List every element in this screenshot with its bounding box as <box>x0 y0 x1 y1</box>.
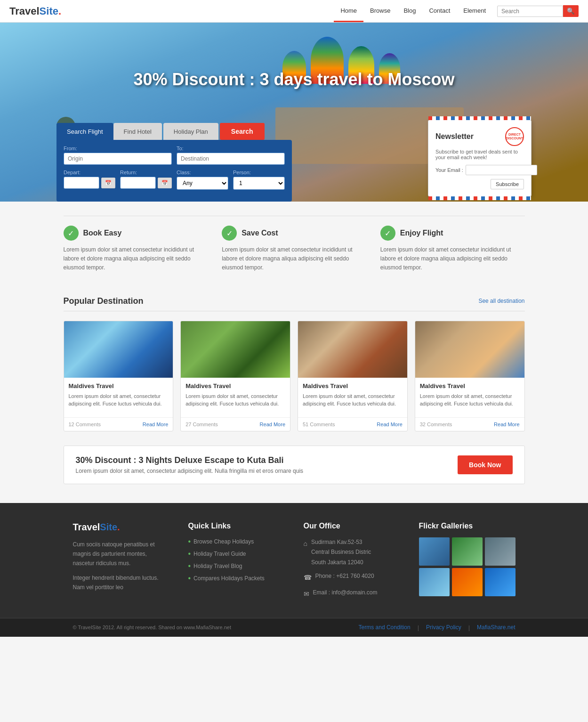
dest-footer-4: 32 Comments Read More <box>415 417 524 431</box>
nav-element[interactable]: Element <box>457 0 492 22</box>
book-now-button[interactable]: Book Now <box>458 455 512 474</box>
feature-text-1: Lorem ipsum dolor sit amet consectetur i… <box>64 245 208 273</box>
header-search-input[interactable] <box>497 6 563 17</box>
dest-text-1: Lorem ipsum dolor sit amet, consectetur … <box>69 392 169 408</box>
flickr-item-5[interactable] <box>452 568 483 596</box>
return-input[interactable]: 2012-10-01 <box>120 177 156 189</box>
nav-blog[interactable]: Blog <box>397 0 422 22</box>
nav-home[interactable]: Home <box>334 0 363 22</box>
promo-banner: 30% Discount : 3 Nights Deluxe Escape to… <box>64 446 525 484</box>
read-more-3[interactable]: Read More <box>377 422 402 427</box>
main-content: ✓ Book Easy Lorem ipsum dolor sit amet c… <box>64 216 525 484</box>
dest-title-3: Maldives Travel <box>303 382 403 389</box>
return-calendar-icon[interactable]: 📅 <box>158 178 172 188</box>
promo-text: Lorem ipsum dolor sit amet, consectetur … <box>76 468 304 474</box>
read-more-2[interactable]: Read More <box>260 422 285 427</box>
check-icon-1: ✓ <box>64 226 79 241</box>
footer-quick-links-title: Quick Links <box>188 522 285 530</box>
bullet-icon-1: • <box>188 537 191 546</box>
dest-body-4: Maldives Travel Lorem ipsum dolor sit am… <box>415 378 524 417</box>
destination-input[interactable] <box>177 153 285 165</box>
search-section: Search Flight Find Hotel Holiday Plan Se… <box>56 123 292 202</box>
feature-text-2: Lorem ipsum dolor sit amet consectetur i… <box>222 245 366 273</box>
dest-text-4: Lorem ipsum dolor sit amet, consectetur … <box>420 392 520 408</box>
class-select[interactable]: Any Economy Business First <box>177 177 228 190</box>
to-field: To: <box>177 146 285 165</box>
dest-comments-2: 27 Comments <box>185 422 217 427</box>
dest-footer-3: 51 Comments Read More <box>298 417 407 431</box>
destinations-grid: Maldives Travel Lorem ipsum dolor sit am… <box>64 321 525 431</box>
terms-link[interactable]: Terms and Condition <box>359 624 411 631</box>
dest-comments-4: 32 Comments <box>420 422 452 427</box>
footer-link-2[interactable]: Holiday Travel Guide <box>193 551 246 557</box>
header-search-button[interactable]: 🔍 <box>563 5 579 17</box>
newsletter-stamp: DIRECTDISCOUNT <box>505 127 524 146</box>
newsletter-box: Newsletter DIRECTDISCOUNT Subscribe to g… <box>428 120 532 197</box>
footer-col-links: Quick Links • Browse Cheap Holidays • Ho… <box>188 522 285 604</box>
footer-flickr-title: Flickr Galleries <box>419 522 516 530</box>
features-section: ✓ Book Easy Lorem ipsum dolor sit amet c… <box>64 216 525 282</box>
footer-bottom-links: Terms and Condition | Privacy Policy | M… <box>359 624 516 631</box>
nav-contact[interactable]: Contact <box>422 0 457 22</box>
footer-link-3[interactable]: Holiday Travel Blog <box>193 563 242 569</box>
flickr-item-6[interactable] <box>485 568 516 596</box>
newsletter-description: Subscribe to get travel deals sent to yo… <box>435 149 524 160</box>
depart-label: Depart: <box>64 170 115 175</box>
dest-comments-3: 51 Comments <box>303 422 335 427</box>
subscribe-button[interactable]: Subscribe <box>491 179 524 189</box>
office-phone: Phone : +621 760 4020 <box>315 571 374 582</box>
depart-input[interactable]: 2012-10-01 <box>64 177 99 189</box>
newsletter-title: Newsletter DIRECTDISCOUNT <box>435 127 524 146</box>
tab-search-flight[interactable]: Search Flight <box>56 123 113 140</box>
dest-body-2: Maldives Travel Lorem ipsum dolor sit am… <box>181 378 290 417</box>
nav-browse[interactable]: Browse <box>363 0 397 22</box>
footer-bottom-inner: © TravelSite 2012. All right reserved. S… <box>64 624 525 631</box>
feature-save-cost: ✓ Save Cost Lorem ipsum dolor sit amet c… <box>222 226 366 273</box>
hero-title: 30% Discount : 3 days travel to Moscow <box>0 70 588 89</box>
search-button[interactable]: Search <box>220 123 265 140</box>
separator-2: | <box>468 624 470 631</box>
popular-section-header: Popular Destination See all destination <box>64 296 525 311</box>
separator-1: | <box>418 624 419 631</box>
bullet-icon-3: • <box>188 562 191 570</box>
feature-title-1: Book Easy <box>83 229 122 237</box>
footer-desc-2: Integer hendrerit bibendum luctus. Nam v… <box>73 573 169 592</box>
feature-title-3: Enjoy Flight <box>400 229 443 237</box>
footer-col-office: Our Office ⌂ Sudirman Kav.52-53Central B… <box>304 522 400 604</box>
person-select[interactable]: 1 2 3 4 <box>233 177 285 190</box>
mafia-link[interactable]: MafiaShare.net <box>477 624 515 631</box>
newsletter-email-label: Your Email : <box>435 167 463 173</box>
office-email-row: ✉ Email : info@domain.com <box>304 588 400 600</box>
dest-card-4: Maldives Travel Lorem ipsum dolor sit am… <box>415 321 525 431</box>
office-info: ⌂ Sudirman Kav.52-53Central Business Dis… <box>304 537 400 600</box>
footer-link-1[interactable]: Browse Cheap Holidays <box>193 538 254 545</box>
origin-input[interactable] <box>64 153 172 165</box>
feature-title-2: Save Cost <box>242 229 278 237</box>
footer-link-item-3: • Holiday Travel Blog <box>188 562 285 570</box>
depart-calendar-icon[interactable]: 📅 <box>101 178 115 188</box>
search-row-1: From: To: <box>64 146 285 165</box>
newsletter-email-input[interactable] <box>466 165 537 175</box>
dest-body-1: Maldives Travel Lorem ipsum dolor sit am… <box>64 378 173 417</box>
footer-desc-1: Cum sociis natoque penatibus et magnis d… <box>73 540 169 568</box>
dest-image-1 <box>64 321 173 378</box>
office-address: Sudirman Kav.52-53Central Business Distr… <box>311 537 371 568</box>
flickr-item-4[interactable] <box>419 568 450 596</box>
from-label: From: <box>64 146 172 151</box>
tab-holiday-plan[interactable]: Holiday Plan <box>163 123 218 140</box>
flickr-item-3[interactable] <box>485 537 516 566</box>
flickr-item-1[interactable] <box>419 537 450 566</box>
search-tabs: Search Flight Find Hotel Holiday Plan Se… <box>56 123 292 140</box>
dest-title-4: Maldives Travel <box>420 382 520 389</box>
phone-icon: ☎ <box>304 572 312 584</box>
read-more-4[interactable]: Read More <box>494 422 519 427</box>
footer-link-4[interactable]: Compares Holidays Packets <box>193 575 265 582</box>
privacy-link[interactable]: Privacy Policy <box>426 624 461 631</box>
depart-field: Depart: 2012-10-01 📅 <box>64 170 115 190</box>
footer-link-item-4: • Compares Holidays Packets <box>188 574 285 583</box>
tab-find-hotel[interactable]: Find Hotel <box>113 123 162 140</box>
see-all-link[interactable]: See all destination <box>478 298 524 304</box>
read-more-1[interactable]: Read More <box>143 422 168 427</box>
flickr-item-2[interactable] <box>452 537 483 566</box>
dest-title-1: Maldives Travel <box>69 382 169 389</box>
